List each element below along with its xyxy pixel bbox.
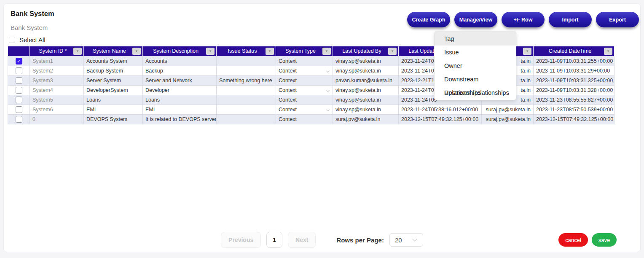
checkbox-cell xyxy=(8,95,30,105)
filter-icon[interactable]: ▼ xyxy=(206,48,215,55)
column-label: Last Updated By xyxy=(342,48,381,54)
column-label: System Name xyxy=(93,48,126,54)
column-label: System Type xyxy=(285,48,316,54)
cell-system-type: Context xyxy=(276,95,333,105)
filter-icon[interactable]: ▼ xyxy=(266,48,274,55)
previous-page-button[interactable]: Previous xyxy=(221,232,261,248)
cell-last-updated-by: vinay.sp@suketa.in xyxy=(333,56,399,66)
row-checkbox[interactable] xyxy=(16,116,22,123)
cell-system-type: Context xyxy=(276,56,333,66)
cell-value: 2023-11-23T08:55:55.827+00:00 xyxy=(536,97,613,103)
cell-system-name: Accounts System xyxy=(84,56,143,66)
row-checkbox[interactable]: ✓ xyxy=(16,58,22,64)
cell-value[interactable]: Context xyxy=(279,97,297,103)
cell-system-description: EMI xyxy=(143,105,217,114)
rows-per-page-select[interactable]: 20 xyxy=(389,233,423,247)
main-card: Bank System Bank System Select All Syste… xyxy=(3,3,641,252)
select-all-checkbox[interactable] xyxy=(9,37,15,43)
cell-value: vinay.sp@suketa.in xyxy=(335,58,381,64)
cell-created-datetime: 2023-11-23T08:55:55.827+00:00 xyxy=(534,95,614,105)
cell-issue-status: Something wrong here xyxy=(217,75,276,85)
cell-last-updated-by: pavan.kumar@suketa.in xyxy=(333,75,399,85)
cell-system-id: System1 xyxy=(30,56,84,66)
table-row: System5LoansLoansContextvinay.sp@suketa.… xyxy=(8,95,614,105)
cell-last-updated-by: suraj.pv@suketa.in xyxy=(333,114,399,124)
cell-value[interactable]: Context xyxy=(279,58,297,64)
row-checkbox[interactable] xyxy=(16,87,22,94)
cell-created-by: suraj.pv@suketa.in xyxy=(482,114,534,124)
row-checkbox[interactable] xyxy=(16,106,22,113)
manage-view-button[interactable]: Manage/View xyxy=(454,12,497,27)
table-row: System4DeveloperSystemDeveloperContextvi… xyxy=(8,85,614,95)
export-button[interactable]: Export xyxy=(596,12,639,27)
cell-value[interactable]: Context xyxy=(279,107,297,113)
menu-item-downstream-relationships[interactable]: Downstream Relationships xyxy=(435,73,516,86)
cell-value[interactable]: Context xyxy=(279,78,297,83)
filter-icon[interactable]: ▼ xyxy=(604,48,612,55)
cell-value: 2023-11-24T05 xyxy=(401,68,437,74)
cell-value[interactable]: Context xyxy=(279,87,297,93)
cell-value: 2023-12-21T18 xyxy=(401,78,437,83)
cell-value: vinay.sp@suketa.in xyxy=(335,87,381,93)
import-button[interactable]: Import xyxy=(549,12,592,27)
cell-value: EMI xyxy=(145,107,155,113)
create-graph-button[interactable]: Create Graph xyxy=(407,12,450,27)
cell-value: System4 xyxy=(32,87,53,93)
cell-value: EMI xyxy=(86,107,96,113)
table-row: ✓System1Accounts SystemAccountsContextvi… xyxy=(8,56,614,66)
column-header-issue-status: Issue Status▼ xyxy=(217,46,276,56)
row-checkbox[interactable] xyxy=(16,97,22,103)
cell-value: 2023-11-24T05 xyxy=(401,97,437,103)
row-checkbox[interactable] xyxy=(16,67,22,74)
cell-issue-status xyxy=(217,85,276,95)
cell-value: Accounts System xyxy=(86,58,127,64)
cell-system-description: Server and Network xyxy=(143,75,217,85)
cell-issue-status xyxy=(217,66,276,75)
checkbox-cell xyxy=(8,105,30,114)
cell-last-updated-datetime: 2023-12-15T07:49:32.125+00:00 xyxy=(399,114,482,124)
cancel-button[interactable]: cancel xyxy=(558,233,588,247)
cell-value: ta.in xyxy=(521,97,531,103)
cell-created-by: suraj.pv@suketa.in xyxy=(482,105,534,114)
cell-last-updated-datetime: 2023-11-24T05:38:16.012+00:00 xyxy=(399,105,482,114)
pagination: Previous 1 Next Rows per Page: 20 xyxy=(4,232,640,248)
cell-issue-status xyxy=(217,56,276,66)
cell-value[interactable]: Context xyxy=(279,68,297,74)
cell-value: 2023-11-09T10:03:31.29+00:00 xyxy=(536,68,610,74)
toolbar: Create GraphManage/View+/- RowImportExpo… xyxy=(407,12,639,27)
chevron-down-icon xyxy=(326,88,330,91)
menu-item-upstream-relationships[interactable]: Upstream Relationships xyxy=(435,86,516,99)
checkbox-cell xyxy=(8,66,30,75)
cell-value: ta.in xyxy=(521,87,531,93)
cell-value: 2023-11-09T10:03:31.325+00:00 xyxy=(536,78,613,83)
cell-value[interactable]: Context xyxy=(279,116,297,122)
table-header-row: System ID *▼System Name▼System Descripti… xyxy=(8,46,614,56)
menu-item-owner[interactable]: Owner xyxy=(435,59,516,73)
column-header-system-description: System Description▼ xyxy=(143,46,217,56)
cell-value: System1 xyxy=(32,58,53,64)
save-button[interactable]: save xyxy=(592,233,617,247)
filter-icon[interactable]: ▼ xyxy=(322,48,331,55)
menu-item-issue[interactable]: Issue xyxy=(435,46,516,59)
filter-icon[interactable]: ▼ xyxy=(523,48,531,55)
cell-last-updated-by: vinay.sp@suketa.in xyxy=(333,95,399,105)
menu-item-tag[interactable]: Tag xyxy=(435,32,516,46)
rows-per-page-label: Rows per Page: xyxy=(336,236,384,244)
filter-icon[interactable]: ▼ xyxy=(73,48,82,55)
chevron-down-icon xyxy=(326,108,330,111)
current-page-button[interactable]: 1 xyxy=(266,232,282,248)
next-page-button[interactable]: Next xyxy=(288,232,316,248)
filter-icon[interactable]: ▼ xyxy=(132,48,141,55)
cell-value: Something wrong here xyxy=(219,78,272,83)
cell-last-updated-by: vinay.sp@suketa.in xyxy=(333,66,399,75)
manage-view-menu: TagIssueOwnerDownstream RelationshipsUps… xyxy=(434,31,516,100)
row-checkbox[interactable] xyxy=(16,77,22,84)
cell-value: Server and Network xyxy=(145,78,192,83)
column-header-system-name: System Name▼ xyxy=(84,46,143,56)
add-remove-row-button[interactable]: +/- Row xyxy=(502,12,545,27)
cell-value: 2023-11-24T05 xyxy=(401,58,437,64)
cell-issue-status xyxy=(217,95,276,105)
filter-icon[interactable]: ▼ xyxy=(388,48,397,55)
column-label: Created DateTime xyxy=(549,48,592,54)
cell-system-id: 0 xyxy=(30,114,84,124)
